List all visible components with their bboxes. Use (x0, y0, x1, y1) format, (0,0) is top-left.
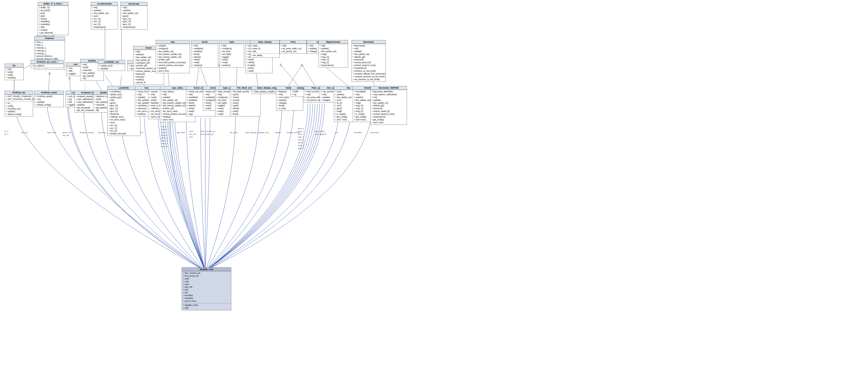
box-barometer-header: Barometer (352, 40, 385, 44)
box-px4flow-conf-fields: + i2c_address (31, 64, 63, 68)
svg-text:servo_1: servo_1 (161, 131, 168, 133)
box-gyroscope: Gyroscope + init() + update() + last_upd… (120, 2, 148, 29)
box-magnetometer: Magnetometer + init() + update() + last_… (318, 40, 348, 68)
box-px4flow-serial: PX4Flow_serial + PX4Flow_serial() + on()… (34, 91, 64, 107)
svg-text:imu: imu (335, 132, 338, 134)
svg-text:uart1: uart1 (189, 136, 193, 138)
svg-text:pwm_4: pwm_4 (298, 139, 304, 141)
svg-text:file_flash: file_flash (230, 132, 238, 134)
box-px4flow-conf: PX4Flow_I2c::conf_t + i2c_address (31, 60, 64, 68)
box-magnetometer-header: Magnetometer (319, 40, 348, 44)
svg-text:airspeed_analog: airspeed_analog (80, 132, 94, 134)
svg-text:servo_4: servo_4 (161, 140, 168, 142)
svg-marker-32 (69, 76, 70, 79)
box-i2c: I2c + init() + write() + read() + transf… (5, 64, 24, 80)
svg-text:dsm_receiver_pin: dsm_receiver_pin (200, 130, 215, 132)
svg-text:flow_serial: flow_serial (47, 132, 56, 134)
svg-text:pwm_6: pwm_6 (298, 144, 304, 146)
box-px4flow-conf-header: PX4Flow_I2c::conf_t (31, 60, 63, 64)
svg-text:flow_i2c: flow_i2c (21, 132, 28, 134)
svg-marker-22 (280, 64, 282, 66)
svg-text:battery: battery (275, 132, 281, 134)
svg-text:hmc5883: hmc5883 (354, 132, 362, 134)
svg-text:pwm_0: pwm_0 (298, 128, 304, 130)
box-barometer-bmp085-methods: + Barometer_BMP085() + read_eeprom_calib… (371, 90, 407, 125)
svg-text:servo_0: servo_0 (161, 128, 168, 131)
svg-text:gps_ublox: gps_ublox (177, 132, 185, 134)
svg-text:i2c:0: i2c:0 (4, 130, 8, 132)
svg-text:i2c:1: i2c:1 (4, 133, 8, 135)
box-megafly-rev4-methods: + Megafly_rev4() + init() (182, 303, 231, 310)
svg-text:servo_3: servo_3 (161, 137, 168, 139)
box-px4flow-serial-header: PX4Flow_serial (34, 91, 63, 95)
svg-text:uart3: uart3 (189, 130, 193, 132)
svg-text:adc_airspeed: adc_airspeed (315, 133, 326, 135)
svg-text:pwm_2: pwm_2 (298, 133, 304, 135)
box-magnetometer-methods: + init() + update() + last_update_us() +… (319, 44, 348, 67)
box-serial-methods: + init() + readable() + writable() + flu… (191, 44, 218, 67)
box-gpio-methods: + init() + configure() + set_low() + set… (220, 44, 244, 67)
svg-text:barometer: barometer (370, 132, 379, 134)
box-buffer-t: Buffer_T< 3, float > + Buffer_T() + put_… (38, 2, 68, 35)
svg-text:green_led: green_led (63, 132, 71, 134)
box-state-display-fields: # state_ # state_id_ # idle_ (250, 44, 279, 54)
box-px4flow-serial-methods: + PX4Flow_serial() + on() + update() + d… (34, 95, 63, 107)
box-barometer: Barometer + Barometer() + init() + updat… (351, 40, 386, 82)
svg-text:dsm_power_pin: dsm_power_pin (200, 133, 214, 135)
svg-text:state_display_megafly_rev4_: state_display_megafly_rev4_ (245, 132, 270, 134)
svg-marker-37 (49, 72, 51, 74)
box-gyroscope-methods: + init() + update() + last_update_us() +… (121, 6, 147, 29)
box-lsm300dc-acc-header: Lsm300dc_acc (98, 60, 125, 64)
svg-text:servo_5: servo_5 (161, 142, 168, 145)
connections-svg: ground_distance_buffer_ i2c_ config_ i2c… (0, 0, 868, 380)
box-serial-header: Serial (191, 40, 218, 44)
box-state-display-methods: + set_state() (250, 54, 279, 58)
box-barometer-bmp085: Barometer_BMP085 + Barometer_BMP085() + … (370, 86, 407, 125)
box-px4flow-header: PX4Flow (34, 37, 65, 40)
box-megafly-rev4: Megafly_rev4 + dsm_receiver_pin + dsm_po… (182, 267, 231, 310)
box-state-display-header: State_display (250, 40, 279, 44)
box-megafly-rev4-fields: + dsm_receiver_pin + dsm_power_pin + uar… (182, 271, 231, 303)
box-barometer-bmp085-header: Barometer_BMP085 (371, 86, 407, 90)
box-px4flow-i2c: PX4Flow_I2c + GET_FRAME_COMMAND + GET_IN… (5, 91, 33, 116)
box-serial: Serial + init() + readable() + writable(… (191, 40, 218, 68)
box-px4flow-i2c-header: PX4Flow_I2c (5, 91, 33, 95)
svg-text:uart_usb: uart_usb (189, 133, 196, 135)
svg-text:adc_battery: adc_battery (315, 130, 325, 132)
diagram-container: ground_distance_buffer_ i2c_ config_ i2c… (0, 0, 868, 380)
box-gps: Gps + update() + configure() + last_upda… (156, 40, 190, 73)
box-px4flow-i2c-methods: + i2c_ + config_ + PX4Flow_I2c() + updat… (5, 101, 33, 116)
box-accelerometer-header: Accelerometer (91, 2, 118, 6)
svg-marker-24 (301, 64, 303, 66)
box-accelerometer-methods: + init() + update() + last_update_us() +… (91, 6, 118, 29)
box-gps-methods: + update() + configure() + last_update_u… (156, 44, 190, 73)
box-buffer-t-header: Buffer_T< 3, float > (38, 2, 68, 6)
box-barometer-methods: + Barometer() + init() + update() + last… (352, 44, 385, 81)
box-accelerometer: Accelerometer + init() + update() + last… (91, 2, 118, 29)
svg-text:pwm_3: pwm_3 (298, 136, 304, 138)
box-buffer-t-methods: + Buffer_T() + put_back() + put() + get(… (38, 6, 68, 35)
svg-text:red_led: red_led (63, 134, 69, 136)
box-gyroscope-header: Gyroscope (121, 2, 147, 6)
box-i2c-methods: + init() + write() + read() + transfer() (5, 67, 23, 80)
svg-text:pwm_1: pwm_1 (298, 130, 304, 132)
svg-text:analog_monitor: analog_monitor (287, 132, 300, 134)
box-px4flow-i2c-fields: + GET_FRAME_COMMAND + GET_INTEGRAL_FRAME… (5, 95, 33, 101)
box-lsm300dc-acc-methods: + update_acc() + update() (98, 64, 125, 71)
box-state-display: State_display # state_ # state_id_ # idl… (250, 40, 280, 58)
box-pwm: Pwm + init() + set_pulse_width_us() + se… (280, 40, 307, 54)
svg-text:pwm_5: pwm_5 (298, 142, 304, 144)
box-megafly-rev4-header: Megafly_rev4 (182, 268, 231, 271)
svg-text:pwm_7: pwm_7 (298, 147, 304, 149)
box-pwm-header: Pwm (280, 40, 307, 44)
box-lsm300dc-acc: Lsm300dc_acc + update_acc() + update() (98, 60, 125, 71)
box-pwm-methods: + init() + set_pulse_width_us() + set_pe… (280, 44, 307, 54)
box-i2c-header: I2c (5, 64, 23, 67)
box-gps-header: Gps (156, 40, 190, 44)
svg-text:servo_2: servo_2 (161, 134, 168, 136)
box-gpio-header: Gpio (220, 40, 244, 44)
svg-text:servo_6: servo_6 (161, 145, 168, 147)
svg-text:servo_7: servo_7 (161, 126, 168, 128)
box-gpio: Gpio + init() + configure() + set_low() … (219, 40, 244, 68)
